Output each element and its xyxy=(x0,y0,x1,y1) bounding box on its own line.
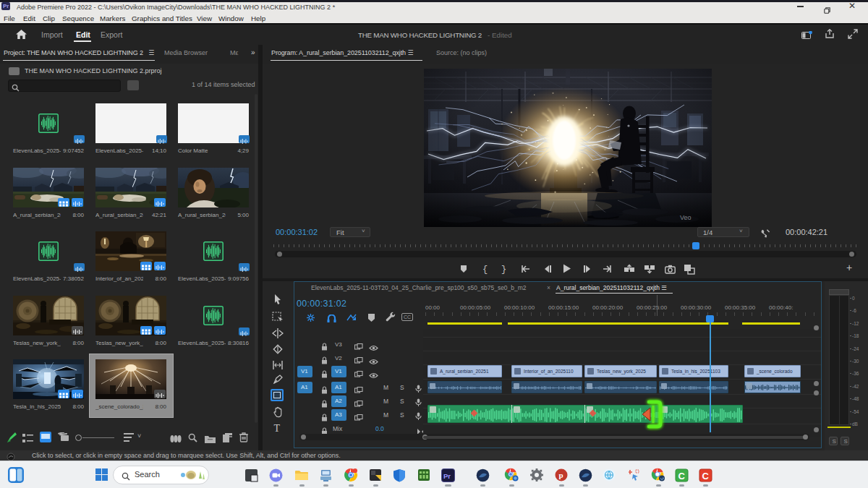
svg-text:T: T xyxy=(274,423,281,434)
svg-text:Veo: Veo xyxy=(680,214,692,221)
svg-text:Pr: Pr xyxy=(443,472,451,480)
svg-text:p: p xyxy=(559,471,563,479)
svg-text:{: { xyxy=(482,265,488,274)
svg-text:C: C xyxy=(702,471,710,481)
svg-text:}: } xyxy=(501,265,506,274)
svg-text:C: C xyxy=(678,471,686,481)
